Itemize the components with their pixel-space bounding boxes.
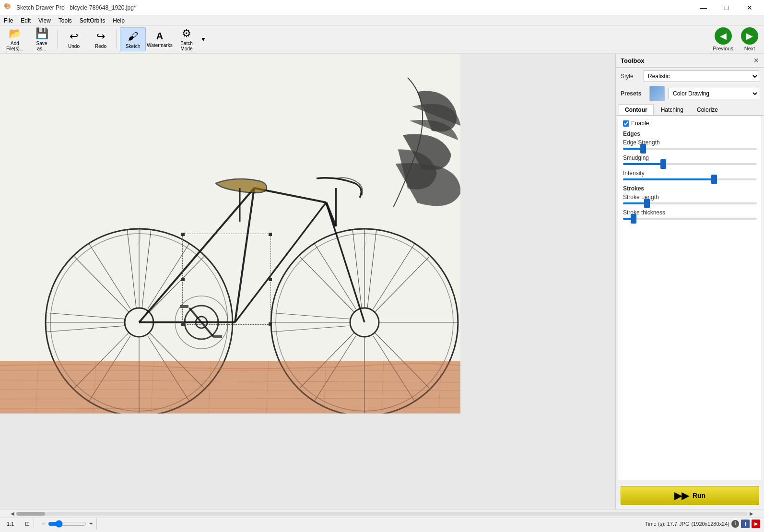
zoom-plus-btn[interactable]: + [88, 520, 94, 527]
nav-area: ◀ Previous ▶ Next [713, 27, 762, 51]
menu-file[interactable]: File [0, 16, 17, 25]
toolbox-close-button[interactable]: ✕ [753, 57, 759, 64]
intensity-fill [623, 178, 714, 180]
scroll-thumb[interactable] [16, 512, 45, 516]
toolbar: 📂 AddFile(s)... 💾 Saveas... ↩ Undo ↪ Red… [0, 26, 764, 54]
zoom-level: 1:1 [7, 521, 14, 527]
app-icon: 🎨 [4, 3, 13, 12]
toolbar-batch-mode[interactable]: ⚙ BatchMode [174, 27, 200, 51]
youtube-icon[interactable]: ▶ [752, 520, 760, 528]
selection-handle-bl[interactable] [181, 322, 185, 326]
next-icon: ▶ [741, 27, 758, 45]
main-area: Toolbox ✕ Style Realistic Classic Cartoo… [0, 54, 764, 509]
selection-handle-br[interactable] [269, 322, 272, 326]
toolbar-batch-label: BatchMode [180, 41, 193, 51]
toolbar-more-btn[interactable]: ▼ [200, 36, 206, 43]
enable-checkbox[interactable] [623, 120, 629, 127]
previous-label: Previous [713, 46, 733, 51]
smudging-label: Smudging [623, 154, 757, 161]
status-zoom-item: 1:1 [4, 518, 17, 529]
toolbar-add-files[interactable]: 📂 AddFile(s)... [2, 27, 28, 51]
tab-colorize[interactable]: Colorize [691, 104, 724, 115]
stroke-thickness-label: Stroke thickness [623, 209, 757, 216]
menu-bar: File Edit View Tools SoftOrbits Help [0, 15, 764, 26]
status-right: Time (s): 17.7 JPG (1920x1280x24) i f ▶ [645, 520, 760, 528]
edge-strength-group: Edge Strength [623, 139, 757, 150]
horizontal-scrollbar[interactable]: ◀ ▶ [0, 509, 764, 518]
previous-button[interactable]: ◀ Previous [713, 27, 733, 51]
toolbox-content: Enable Edges Edge Strength Smudging [618, 116, 762, 480]
fit-icon[interactable]: ⊡ [24, 520, 31, 527]
sketch-icon: 🖌 [128, 30, 138, 43]
run-label: Run [693, 492, 705, 499]
selection-handle-ml[interactable] [181, 278, 185, 281]
selection-handle-tr[interactable] [269, 233, 272, 236]
edges-section-title: Edges [623, 130, 757, 137]
edge-strength-track[interactable] [623, 148, 757, 150]
status-bar: 1:1 ⊡ − + Time (s): 17.7 JPG (1920x1280x… [0, 518, 764, 529]
dimensions-label: (1920x1280x24) [691, 521, 729, 527]
stroke-length-thumb[interactable] [644, 199, 650, 208]
intensity-thumb[interactable] [711, 175, 717, 184]
scroll-right-arrow[interactable]: ▶ [748, 510, 755, 518]
scroll-track[interactable] [16, 512, 748, 516]
toolbar-watermarks-label: Watermarks [147, 43, 173, 48]
menu-tools[interactable]: Tools [55, 16, 76, 25]
toolbar-sketch-label: Sketch [126, 44, 141, 49]
selection-handle-mr[interactable] [269, 278, 272, 281]
intensity-track[interactable] [623, 178, 757, 180]
toolbar-add-files-label: AddFile(s)... [6, 41, 24, 51]
previous-icon: ◀ [715, 27, 732, 45]
style-row: Style Realistic Classic Cartoon Pencil [616, 68, 764, 85]
smudging-track[interactable] [623, 163, 757, 165]
intensity-group: Intensity [623, 170, 757, 180]
selection-box [182, 234, 271, 325]
menu-view[interactable]: View [35, 16, 55, 25]
canvas-area[interactable] [0, 54, 615, 509]
zoom-slider[interactable] [48, 520, 86, 528]
toolbar-sep-1 [58, 30, 58, 49]
title-bar-title: Sketch Drawer Pro - bicycle-789648_1920.… [16, 4, 693, 11]
edge-strength-thumb[interactable] [640, 144, 646, 154]
tab-hatching[interactable]: Hatching [655, 104, 690, 115]
toolbar-sep-2 [117, 30, 117, 49]
smudging-fill [623, 163, 663, 165]
menu-edit[interactable]: Edit [17, 16, 35, 25]
toolbar-watermarks[interactable]: A Watermarks [147, 27, 173, 51]
tab-contour[interactable]: Contour [619, 104, 654, 115]
stroke-thickness-thumb[interactable] [631, 214, 636, 224]
zoom-minus-btn[interactable]: − [41, 520, 46, 527]
smudging-thumb[interactable] [660, 159, 666, 169]
menu-softorbits[interactable]: SoftOrbits [76, 16, 109, 25]
preset-select[interactable]: Color Drawing Pencil Sketch Charcoal Wat… [669, 88, 759, 99]
next-button[interactable]: ▶ Next [741, 27, 758, 51]
toolbox-title: Toolbox [621, 57, 645, 64]
selection-handle-tl[interactable] [181, 233, 185, 236]
scroll-left-arrow[interactable]: ◀ [9, 510, 16, 518]
intensity-label: Intensity [623, 170, 757, 177]
stroke-length-fill [623, 202, 647, 204]
menu-help[interactable]: Help [109, 16, 129, 25]
presets-label: Presets [621, 90, 646, 97]
stroke-length-track[interactable] [623, 202, 757, 204]
minimize-button[interactable]: — [693, 0, 714, 15]
toolbar-undo[interactable]: ↩ Undo [61, 27, 87, 51]
toolbar-redo[interactable]: ↪ Redo [88, 27, 114, 51]
toolbar-sketch[interactable]: 🖌 Sketch [120, 27, 146, 51]
save-icon: 💾 [35, 27, 48, 40]
strokes-section-title: Strokes [623, 185, 757, 192]
run-button[interactable]: ▶▶ Run [621, 486, 759, 505]
toolbar-save-as[interactable]: 💾 Saveas... [29, 27, 55, 51]
svg-rect-67 [213, 335, 222, 338]
close-button[interactable]: ✕ [739, 0, 760, 15]
stroke-thickness-track[interactable] [623, 218, 757, 220]
canvas-content [0, 54, 615, 509]
maximize-button[interactable]: □ [716, 0, 737, 15]
status-fit-item: ⊡ [21, 518, 34, 529]
style-select[interactable]: Realistic Classic Cartoon Pencil [644, 71, 759, 82]
undo-icon: ↩ [70, 30, 78, 43]
info-icon[interactable]: i [731, 520, 739, 528]
toolbar-save-label: Saveas... [36, 41, 47, 51]
facebook-icon[interactable]: f [741, 520, 750, 528]
enable-label: Enable [631, 120, 649, 127]
